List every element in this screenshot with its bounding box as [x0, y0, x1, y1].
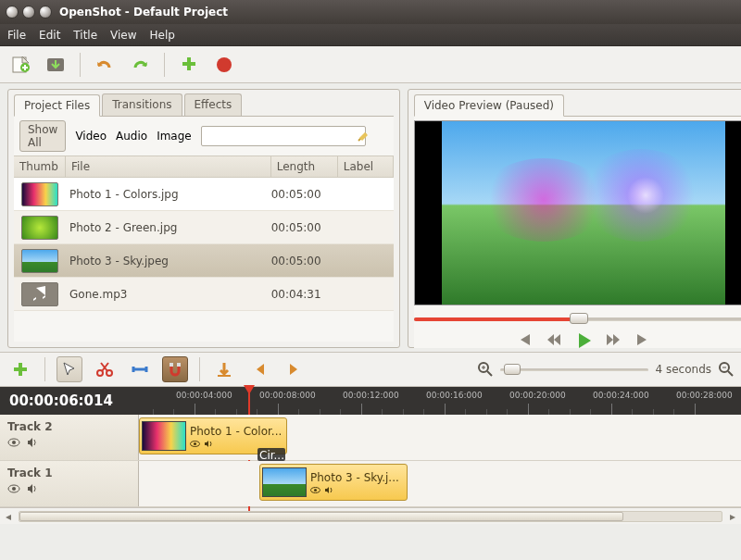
timeline: 00:00:06:014 00:00:04:000 00:00:08:000 0…	[0, 387, 741, 507]
seek-start-icon[interactable]	[516, 331, 533, 348]
col-file[interactable]: File	[66, 156, 271, 177]
filter-show-all[interactable]: Show All	[19, 120, 66, 152]
file-row[interactable]: Gone.mp300:04:31	[14, 278, 394, 311]
eye-icon[interactable]	[7, 483, 20, 494]
speaker-icon[interactable]	[26, 437, 39, 448]
col-length[interactable]: Length	[271, 156, 338, 177]
file-grid-header: Thumb File Length Label	[14, 156, 394, 178]
new-project-button[interactable]	[7, 52, 33, 78]
scroll-left-icon[interactable]: ◂	[0, 510, 17, 523]
tab-project-files[interactable]: Project Files	[14, 94, 100, 117]
main-toolbar	[0, 46, 741, 83]
scroll-right-icon[interactable]: ▸	[724, 510, 741, 523]
track-row: Track 2 Photo 1 - Color...	[0, 415, 741, 461]
titlebar: OpenShot - Default Project	[0, 0, 741, 24]
save-project-button[interactable]	[43, 52, 69, 78]
seek-end-icon[interactable]	[634, 331, 651, 348]
snap-tool-button[interactable]	[162, 356, 188, 382]
svg-point-18	[314, 489, 317, 492]
menu-edit[interactable]: Edit	[39, 29, 60, 42]
tab-effects[interactable]: Effects	[184, 93, 243, 116]
zoom-in-icon[interactable]	[478, 362, 493, 377]
video-preview-canvas[interactable]	[414, 120, 741, 305]
file-row-selected[interactable]: Photo 3 - Sky.jpeg00:05:00	[14, 244, 394, 278]
zoom-label: 4 seconds	[656, 363, 712, 376]
menu-view[interactable]: View	[110, 29, 136, 42]
clear-filter-icon[interactable]	[357, 130, 370, 143]
zoom-out-icon[interactable]	[719, 362, 734, 377]
razor-tool-button[interactable]	[92, 356, 118, 382]
svg-point-14	[194, 442, 196, 445]
add-marker-button[interactable]	[211, 356, 237, 382]
filter-image[interactable]: Image	[157, 130, 192, 143]
prev-marker-button[interactable]	[246, 356, 272, 382]
track-row: Track 1 Photo 3 - Sky.j...	[0, 461, 741, 507]
eye-icon	[190, 440, 200, 448]
transition-clip[interactable]: Cir...	[257, 448, 285, 461]
zoom-slider[interactable]	[500, 364, 648, 375]
undo-button[interactable]	[92, 52, 118, 78]
svg-rect-8	[218, 375, 231, 377]
eye-icon	[310, 486, 320, 494]
window-maximize-button[interactable]	[39, 6, 52, 19]
col-label[interactable]: Label	[338, 156, 394, 177]
window-minimize-button[interactable]	[22, 6, 35, 19]
video-preview-panel: Video Preview (Paused)	[408, 89, 741, 348]
svg-rect-6	[170, 363, 173, 367]
select-tool-button[interactable]	[57, 356, 82, 382]
eye-icon[interactable]	[7, 437, 20, 448]
timeline-clip[interactable]: Photo 3 - Sky.j...	[259, 464, 408, 501]
col-thumb[interactable]: Thumb	[14, 156, 66, 177]
seek-back-icon[interactable]	[546, 331, 562, 348]
svg-point-16	[12, 487, 16, 491]
speaker-icon	[204, 440, 214, 448]
timeline-scrollbar[interactable]: ◂ ▸	[0, 507, 741, 524]
svg-rect-7	[177, 363, 181, 367]
track-header[interactable]: Track 2	[0, 415, 139, 460]
tab-transitions[interactable]: Transitions	[102, 93, 182, 116]
playhead-timecode: 00:00:06:014	[0, 392, 139, 409]
play-icon[interactable]	[575, 331, 592, 348]
next-marker-button[interactable]	[282, 356, 308, 382]
import-files-button[interactable]	[176, 52, 202, 78]
project-files-panel: Project Files Transitions Effects Show A…	[7, 89, 400, 348]
seek-forward-icon[interactable]	[605, 331, 622, 348]
speaker-icon	[324, 486, 334, 494]
menu-title[interactable]: Title	[73, 29, 97, 42]
filter-video[interactable]: Video	[75, 130, 107, 143]
menu-help[interactable]: Help	[150, 29, 175, 42]
menubar: File Edit Title View Help	[0, 24, 741, 46]
window-close-button[interactable]	[6, 6, 19, 19]
timeline-ruler[interactable]: 00:00:04:000 00:00:08:000 00:00:12:000 0…	[139, 387, 741, 415]
svg-point-12	[12, 441, 16, 444]
preview-seek-slider[interactable]	[414, 313, 741, 324]
svg-point-3	[217, 57, 232, 72]
redo-button[interactable]	[127, 52, 153, 78]
track-header[interactable]: Track 1	[0, 461, 139, 506]
record-button[interactable]	[211, 52, 237, 78]
filter-audio[interactable]: Audio	[116, 130, 147, 143]
add-track-button[interactable]	[7, 356, 33, 382]
menu-file[interactable]: File	[7, 29, 26, 42]
timeline-toolbar: 4 seconds	[0, 352, 741, 387]
tab-video-preview[interactable]: Video Preview (Paused)	[414, 94, 564, 117]
file-row[interactable]: Photo 2 - Green.jpg00:05:00	[14, 211, 394, 244]
resize-tool-button[interactable]	[127, 356, 153, 382]
filter-search-input[interactable]	[201, 126, 366, 146]
window-title: OpenShot - Default Project	[59, 6, 228, 19]
file-row[interactable]: Photo 1 - Colors.jpg00:05:00	[14, 178, 394, 211]
speaker-icon[interactable]	[26, 483, 39, 494]
